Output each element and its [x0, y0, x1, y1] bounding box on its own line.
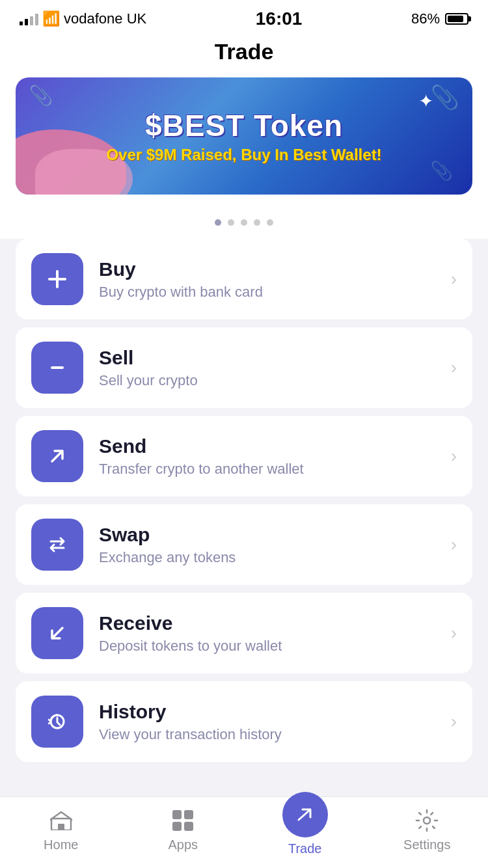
nav-apps-label: Apps	[168, 837, 198, 852]
wifi-icon: 📶	[42, 10, 60, 27]
nav-trade[interactable]: Trade	[260, 807, 351, 856]
sell-item[interactable]: Sell Sell your crypto ›	[16, 327, 472, 408]
battery-percent: 86%	[411, 10, 440, 27]
nav-settings-label: Settings	[403, 837, 450, 852]
sell-icon	[31, 342, 83, 394]
swap-icon	[31, 519, 83, 571]
receive-label: Receive	[99, 612, 435, 634]
swap-desc: Exchange any tokens	[99, 549, 435, 566]
nav-apps[interactable]: Apps	[137, 807, 228, 852]
send-chevron: ›	[451, 446, 457, 467]
send-text: Send Transfer crypto to another wallet	[99, 435, 435, 478]
sell-chevron: ›	[451, 357, 457, 378]
history-label: History	[99, 701, 435, 723]
dot-1[interactable]	[215, 219, 221, 226]
trade-icon	[282, 792, 328, 837]
receive-desc: Deposit tokens to your wallet	[99, 638, 435, 655]
history-item[interactable]: History View your transaction history ›	[16, 681, 472, 762]
clip-icon-bottom: 📎	[430, 160, 453, 182]
clip-icon-right: 📎	[430, 84, 459, 111]
banner-section: ✦ 📎 📎 📎 $BEST Token Over $9M Raised, Buy…	[0, 77, 488, 210]
swap-text: Swap Exchange any tokens	[99, 524, 435, 566]
promo-banner[interactable]: ✦ 📎 📎 📎 $BEST Token Over $9M Raised, Buy…	[16, 77, 472, 195]
buy-icon	[31, 253, 83, 305]
svg-rect-8	[172, 822, 182, 831]
swap-item[interactable]: Swap Exchange any tokens ›	[16, 504, 472, 585]
send-icon	[31, 430, 83, 482]
carousel-dots	[0, 210, 488, 239]
page-title-bar: Trade	[0, 33, 488, 77]
swap-label: Swap	[99, 524, 435, 546]
dot-3[interactable]	[241, 219, 247, 226]
history-desc: View your transaction history	[99, 726, 435, 743]
dot-4[interactable]	[254, 219, 260, 226]
buy-item[interactable]: Buy Buy crypto with bank card ›	[16, 239, 472, 319]
signal-icon	[20, 12, 38, 25]
carrier-text: vodafone UK	[64, 10, 146, 27]
swap-chevron: ›	[451, 534, 457, 555]
buy-label: Buy	[99, 258, 435, 280]
home-icon	[45, 807, 77, 834]
status-right: 86%	[411, 10, 468, 27]
svg-rect-9	[184, 822, 193, 831]
history-icon	[31, 696, 83, 748]
buy-chevron: ›	[451, 269, 457, 290]
send-label: Send	[99, 435, 435, 457]
buy-desc: Buy crypto with bank card	[99, 284, 435, 301]
buy-text: Buy Buy crypto with bank card	[99, 258, 435, 301]
clip-icon-left: 📎	[29, 84, 53, 107]
history-text: History View your transaction history	[99, 701, 435, 743]
send-item[interactable]: Send Transfer crypto to another wallet ›	[16, 416, 472, 496]
receive-chevron: ›	[451, 623, 457, 644]
nav-trade-label: Trade	[288, 841, 322, 856]
trade-menu: Buy Buy crypto with bank card › Sell Sel…	[0, 239, 488, 762]
banner-subtitle: Over $9M Raised, Buy In Best Wallet!	[106, 146, 381, 164]
receive-item[interactable]: Receive Deposit tokens to your wallet ›	[16, 593, 472, 673]
svg-rect-7	[184, 810, 193, 819]
dot-5[interactable]	[267, 219, 273, 226]
nav-home[interactable]: Home	[16, 807, 107, 852]
status-left: 📶 vodafone UK	[20, 10, 146, 27]
receive-text: Receive Deposit tokens to your wallet	[99, 612, 435, 655]
battery-icon	[445, 13, 468, 25]
svg-point-10	[424, 817, 430, 824]
sell-label: Sell	[99, 347, 435, 369]
receive-icon	[31, 607, 83, 659]
nav-home-label: Home	[44, 837, 78, 852]
svg-rect-5	[58, 824, 64, 830]
dot-2[interactable]	[228, 219, 234, 226]
settings-icon	[411, 807, 443, 834]
nav-settings[interactable]: Settings	[381, 807, 472, 852]
page-title: Trade	[0, 39, 488, 64]
send-desc: Transfer crypto to another wallet	[99, 461, 435, 478]
status-bar: 📶 vodafone UK 16:01 86%	[0, 0, 488, 33]
apps-icon	[167, 807, 199, 834]
status-time: 16:01	[256, 8, 303, 29]
history-chevron: ›	[451, 711, 457, 732]
svg-rect-6	[172, 810, 182, 819]
banner-title: $BEST Token	[145, 108, 343, 143]
svg-rect-2	[51, 366, 64, 369]
bottom-nav: Home Apps Trade Settings	[0, 796, 488, 868]
sell-text: Sell Sell your crypto	[99, 347, 435, 389]
sell-desc: Sell your crypto	[99, 372, 435, 389]
